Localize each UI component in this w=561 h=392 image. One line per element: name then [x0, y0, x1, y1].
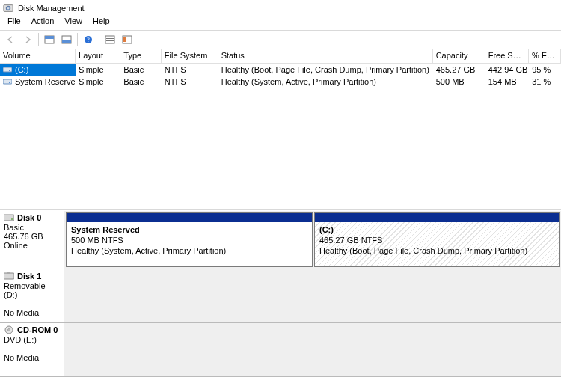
volume-name: (C:)	[15, 65, 28, 74]
partition-stripe	[67, 213, 312, 222]
col-freespace[interactable]: Free Spa...	[485, 49, 529, 63]
removable-disk-icon	[4, 272, 14, 281]
disk-management-icon	[3, 3, 13, 13]
volume-capacity: 500 MB	[433, 76, 485, 88]
volume-filesystem: NTFS	[162, 76, 218, 88]
volume-list-header: Volume Layout Type File System Status Ca…	[0, 49, 561, 64]
titlebar: Disk Management	[0, 0, 561, 16]
volume-capacity: 465.27 GB	[433, 64, 485, 76]
menu-view[interactable]: View	[60, 16, 87, 28]
col-layout[interactable]: Layout	[76, 49, 120, 63]
refresh-button[interactable]	[102, 32, 118, 47]
partition-title: System Reserved	[71, 225, 140, 234]
partition-stripe	[315, 213, 559, 222]
cdrom-icon	[4, 325, 14, 334]
disk-subtype: Basic	[4, 223, 60, 232]
svg-rect-9	[105, 36, 114, 43]
volume-percentfree: 95 %	[529, 64, 561, 76]
drive-icon	[3, 78, 12, 85]
disk-map-panel: Disk 0 Basic 465.76 GB Online System Res…	[0, 210, 561, 392]
svg-point-2	[7, 7, 9, 9]
disk-partitions: System Reserved 500 MB NTFS Healthy (Sys…	[64, 211, 561, 269]
toolbar-separator	[77, 33, 78, 46]
volume-freespace: 154 MB	[485, 76, 529, 88]
volume-percentfree: 31 %	[529, 76, 561, 88]
disk-name: CD-ROM 0	[17, 325, 58, 334]
svg-rect-21	[7, 272, 10, 274]
svg-text:?: ?	[87, 37, 90, 43]
svg-rect-15	[9, 70, 10, 71]
disk-size: 465.76 GB	[4, 232, 60, 241]
partition-status: Healthy (Boot, Page File, Crash Dump, Pr…	[319, 246, 527, 255]
volume-name: System Reserved	[15, 77, 76, 86]
svg-rect-11	[106, 40, 114, 41]
col-type[interactable]: Type	[120, 49, 162, 63]
partition-system-reserved[interactable]: System Reserved 500 MB NTFS Healthy (Sys…	[66, 212, 313, 267]
volume-row[interactable]: (C:) Simple Basic NTFS Healthy (Boot, Pa…	[0, 64, 561, 76]
volume-status: Healthy (Boot, Page File, Crash Dump, Pr…	[218, 64, 433, 76]
volume-type: Basic	[120, 76, 162, 88]
svg-rect-14	[3, 67, 12, 72]
svg-rect-10	[106, 38, 114, 39]
svg-rect-17	[9, 82, 10, 83]
svg-rect-13	[123, 37, 126, 42]
disk-name: Disk 1	[17, 272, 41, 281]
partition-title: (C:)	[319, 225, 334, 234]
svg-rect-6	[62, 40, 71, 43]
disk-partitions-empty[interactable]	[64, 269, 561, 322]
col-capacity[interactable]: Capacity	[433, 49, 485, 63]
volume-freespace: 442.94 GB	[485, 64, 529, 76]
volume-status: Healthy (System, Active, Primary Partiti…	[218, 76, 433, 88]
menu-action[interactable]: Action	[27, 16, 59, 28]
svg-rect-18	[4, 215, 14, 221]
toolbar-separator	[38, 33, 39, 46]
svg-point-19	[11, 218, 13, 220]
col-status[interactable]: Status	[218, 49, 433, 63]
svg-rect-4	[45, 36, 54, 39]
hard-disk-icon	[4, 213, 14, 222]
volume-layout: Simple	[76, 76, 120, 88]
disk-row: CD-ROM 0 DVD (E:) No Media	[0, 323, 561, 377]
disk-subtype: Removable (D:)	[4, 281, 60, 299]
svg-rect-16	[3, 79, 12, 84]
partition-size: 465.27 GB NTFS	[319, 236, 382, 245]
view-bottom-button[interactable]	[58, 32, 75, 47]
help-button[interactable]: ?	[80, 32, 96, 47]
svg-rect-20	[4, 273, 14, 279]
forward-button[interactable]	[19, 32, 36, 47]
partition-c[interactable]: (C:) 465.27 GB NTFS Healthy (Boot, Page …	[314, 212, 560, 267]
toolbar-separator	[99, 33, 99, 46]
disk-label[interactable]: Disk 0 Basic 465.76 GB Online	[0, 211, 64, 269]
menu-help[interactable]: Help	[88, 16, 114, 28]
disk-subtype: DVD (E:)	[4, 335, 60, 344]
col-percentfree[interactable]: % Free	[529, 49, 561, 63]
menubar: File Action View Help	[0, 16, 561, 30]
disk-state: No Media	[4, 308, 60, 317]
menu-file[interactable]: File	[3, 16, 25, 28]
disk-partitions-empty[interactable]	[64, 323, 561, 376]
partition-status: Healthy (System, Active, Primary Partiti…	[71, 246, 226, 255]
disk-state: Online	[4, 241, 60, 250]
volume-layout: Simple	[76, 64, 120, 76]
disk-row: Disk 0 Basic 465.76 GB Online System Res…	[0, 211, 561, 269]
col-filesystem[interactable]: File System	[162, 49, 218, 63]
disk-row: Disk 1 Removable (D:) No Media	[0, 269, 561, 323]
volume-list[interactable]: Volume Layout Type File System Status Ca…	[0, 49, 561, 210]
svg-point-23	[8, 329, 10, 331]
volume-row[interactable]: System Reserved Simple Basic NTFS Health…	[0, 76, 561, 88]
disk-label[interactable]: Disk 1 Removable (D:) No Media	[0, 269, 64, 322]
toolbar: ?	[0, 30, 561, 49]
content-area: Volume Layout Type File System Status Ca…	[0, 49, 561, 392]
disk-name: Disk 0	[17, 213, 41, 222]
window-title: Disk Management	[18, 4, 85, 13]
view-top-button[interactable]	[41, 32, 58, 47]
properties-button[interactable]	[119, 32, 135, 47]
col-volume[interactable]: Volume	[0, 49, 76, 63]
disk-state: No Media	[4, 353, 60, 362]
disk-label[interactable]: CD-ROM 0 DVD (E:) No Media	[0, 323, 64, 376]
volume-filesystem: NTFS	[162, 64, 218, 76]
volume-type: Basic	[120, 64, 162, 76]
back-button[interactable]	[2, 32, 19, 47]
drive-icon	[3, 66, 12, 73]
partition-size: 500 MB NTFS	[71, 236, 123, 245]
